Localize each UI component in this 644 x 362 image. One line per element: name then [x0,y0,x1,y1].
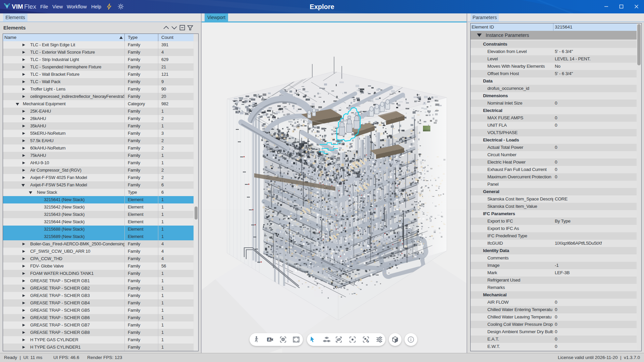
svg-text:Flex: Flex [24,3,36,10]
svg-text:Help: Help [91,4,101,9]
svg-text:Workflow: Workflow [67,4,87,9]
svg-text:File: File [40,4,48,9]
svg-text:Explore: Explore [310,3,334,10]
svg-text:VIM: VIM [12,3,23,10]
svg-text:A: A [366,339,368,343]
svg-text:View: View [52,4,63,9]
svg-text:A: A [268,338,271,342]
